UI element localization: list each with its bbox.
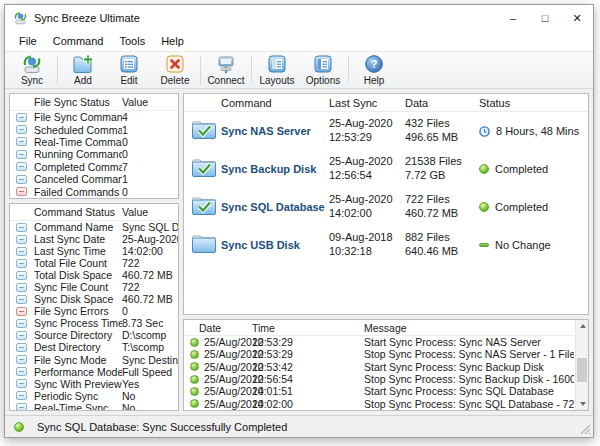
file-sync-status-header: File Sync Status Value — [10, 94, 178, 111]
toolbar-separator — [251, 56, 252, 84]
maximize-button[interactable]: □ — [529, 5, 561, 31]
column-header-message[interactable]: Message — [364, 322, 574, 334]
log-row[interactable]: 25/Aug/202012:56:54Stop Sync Process: Sy… — [184, 373, 574, 385]
scroll-down-icon[interactable] — [576, 398, 589, 410]
delete-icon — [164, 54, 186, 74]
menu-bar: File Command Tools Help — [5, 31, 593, 51]
list-item[interactable]: File Sync Errors0 — [10, 305, 178, 317]
column-header-status[interactable]: Status — [479, 97, 588, 109]
options-button[interactable]: Options — [300, 52, 346, 88]
command-doc-icon — [16, 331, 27, 340]
menu-tools[interactable]: Tools — [111, 33, 153, 49]
command-doc-icon — [16, 295, 27, 304]
green-sphere-icon — [190, 350, 199, 359]
list-item[interactable]: Failed Commands0 — [10, 185, 178, 197]
sync-button[interactable]: Sync — [9, 52, 55, 88]
folder-icon — [191, 234, 217, 254]
list-item[interactable]: Scheduled Comman...1 — [10, 123, 178, 135]
log-row[interactable]: 25/Aug/202012:53:29Start Sync Process: S… — [184, 336, 574, 348]
delete-button[interactable]: Delete — [152, 52, 198, 88]
command-doc-icon — [16, 125, 27, 134]
list-item[interactable]: Running Commands0 — [10, 148, 178, 160]
list-item[interactable]: Total File Count722 — [10, 257, 178, 269]
minimize-button[interactable]: – — [497, 5, 529, 31]
list-item[interactable]: Performance ModeFull Speed — [10, 366, 178, 378]
layouts-button[interactable]: Layouts — [254, 52, 300, 88]
layouts-icon — [266, 54, 288, 74]
column-header-name[interactable]: Command Status — [34, 206, 122, 218]
list-item[interactable]: Canceled Commands1 — [10, 173, 178, 185]
list-item[interactable]: Periodic SyncNo — [10, 390, 178, 402]
table-row-sync-usb-disk[interactable]: Sync USB Disk 09-Aug-201810:32:18 882 Fi… — [184, 226, 588, 264]
connect-button-label: Connect — [207, 75, 244, 86]
list-item[interactable]: Source DirectoryD:\scomp — [10, 329, 178, 341]
table-row-sync-nas-server[interactable]: Sync NAS Server 25-Aug-202012:53:29 432 … — [184, 112, 588, 150]
column-header-value[interactable]: Value — [122, 96, 148, 108]
command-doc-icon — [16, 223, 27, 232]
folder-check-icon — [191, 158, 217, 178]
list-item[interactable]: Last Sync Time14:02:00 — [10, 245, 178, 257]
list-item[interactable]: Real-Time Commands0 — [10, 136, 178, 148]
list-item[interactable]: Total Disk Space460.72 MB — [10, 269, 178, 281]
toolbar: Sync Add Edit — [5, 51, 593, 89]
list-item[interactable]: Last Sync Date25-Aug-2020 — [10, 233, 178, 245]
options-icon — [312, 54, 334, 74]
menu-help[interactable]: Help — [153, 33, 192, 49]
commands-panel: Command Last Sync Data Status Syn — [183, 93, 589, 315]
edit-button-label: Edit — [120, 75, 137, 86]
menu-file[interactable]: File — [11, 33, 45, 49]
list-item[interactable]: Dest DirectoryT:\scomp — [10, 341, 178, 353]
close-button[interactable]: ✕ — [561, 5, 593, 31]
add-button[interactable]: Add — [60, 52, 106, 88]
delete-button-label: Delete — [161, 75, 190, 86]
list-item[interactable]: File Sync Commands4 — [10, 111, 178, 123]
resize-grip[interactable] — [580, 424, 591, 435]
green-sphere-icon — [190, 399, 199, 408]
help-icon: ? — [363, 54, 385, 74]
list-item[interactable]: Sync With PreviewYes — [10, 378, 178, 390]
scrollbar-thumb[interactable] — [577, 358, 587, 382]
command-doc-error-icon — [16, 307, 27, 316]
list-item[interactable]: Command NameSync SQL Dat... — [10, 221, 178, 233]
folder-check-icon — [191, 120, 217, 140]
green-sphere-icon — [479, 164, 489, 174]
command-doc-icon — [16, 150, 27, 159]
log-row[interactable]: 25/Aug/202012:53:42Start Sync Process: S… — [184, 361, 574, 373]
command-doc-icon — [16, 343, 27, 352]
list-item[interactable]: Sync Process Time8.73 Sec — [10, 317, 178, 329]
add-button-label: Add — [74, 75, 92, 86]
help-button[interactable]: ? Help — [351, 52, 397, 88]
menu-command[interactable]: Command — [45, 33, 112, 49]
log-row[interactable]: 25/Aug/202012:53:29Stop Sync Process: Sy… — [184, 348, 574, 360]
connect-button[interactable]: Connect — [203, 52, 249, 88]
column-header-name[interactable]: File Sync Status — [34, 96, 122, 108]
green-sphere-icon — [190, 375, 199, 384]
scroll-up-icon[interactable] — [576, 320, 589, 332]
column-header-date[interactable]: Date — [199, 322, 252, 334]
column-header-last-sync[interactable]: Last Sync — [329, 97, 405, 109]
list-item[interactable]: Sync Disk Space460.72 MB — [10, 293, 178, 305]
log-panel: Date Time Message 25/Aug/202012:53:29Sta… — [183, 319, 589, 411]
table-row-sync-backup-disk[interactable]: Sync Backup Disk 25-Aug-202012:56:54 215… — [184, 150, 588, 188]
log-scrollbar[interactable] — [575, 320, 588, 410]
list-item[interactable]: Sync File Count722 — [10, 281, 178, 293]
command-doc-icon — [16, 403, 27, 411]
green-sphere-icon — [190, 338, 199, 347]
column-header-command[interactable]: Command — [221, 97, 329, 109]
column-header-time[interactable]: Time — [252, 322, 364, 334]
table-row-sync-sql-database[interactable]: Sync SQL Database 25-Aug-202014:02:00 72… — [184, 188, 588, 226]
add-folder-icon — [72, 54, 94, 74]
list-item[interactable]: File Sync ModeSync Destinat... — [10, 354, 178, 366]
edit-button[interactable]: Edit — [106, 52, 152, 88]
green-sphere-icon — [190, 362, 199, 371]
list-item[interactable]: Real-Time SyncNo — [10, 402, 178, 411]
log-row[interactable]: 25/Aug/202014:01:51Start Sync Process: S… — [184, 385, 574, 397]
command-doc-icon — [16, 271, 27, 280]
column-header-value[interactable]: Value — [122, 206, 148, 218]
title-bar: Sync Breeze Ultimate – □ ✕ — [5, 5, 593, 31]
content-area: File Sync Status Value File Sync Command… — [5, 89, 593, 415]
list-item[interactable]: Completed Comma...7 — [10, 161, 178, 173]
column-header-data[interactable]: Data — [405, 97, 479, 109]
log-row[interactable]: 25/Aug/202014:02:00Stop Sync Process: Sy… — [184, 397, 574, 409]
command-doc-icon — [16, 235, 27, 244]
